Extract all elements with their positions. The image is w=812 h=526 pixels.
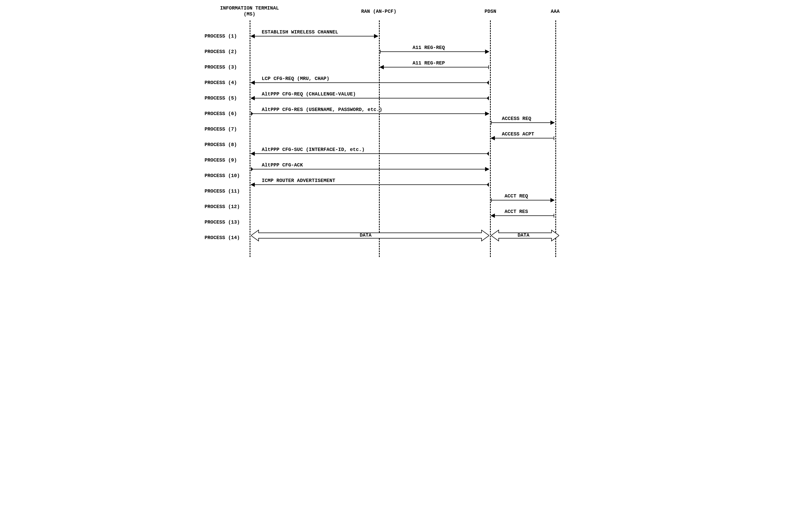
arrow-p4-label: LCP CFG-REQ (MRU, CHAP) — [262, 76, 329, 81]
arrow-p9: AltPPP CFG-SUC (INTERFACE-ID, etc.) — [251, 153, 489, 154]
process-7-label: PROCESS (7) — [205, 126, 237, 132]
lifeline-header-pdsn: PDSN — [480, 9, 502, 15]
arrow-p6: AltPPP CFG-RES (USERNAME, PASSWORD, etc.… — [251, 114, 489, 114]
process-9-label: PROCESS (9) — [205, 157, 237, 163]
lifeline-pdsn-label: PDSN — [484, 9, 496, 14]
arrow-p8: ACCESS ACPT — [491, 138, 554, 138]
arrow-p11-label: ICMP ROUTER ADVERTISEMENT — [262, 178, 335, 183]
arrow-p2-label: A11 REG-REQ — [413, 45, 445, 50]
arrow-p11: ICMP ROUTER ADVERTISEMENT — [251, 184, 489, 185]
arrow-p13: ACCT RES — [491, 215, 554, 216]
arrow-p5-label: AltPPP CFG-REQ (CHALLENGE-VALUE) — [262, 91, 356, 97]
hollow-arrow-p14-right-label: DATA — [518, 232, 530, 238]
arrow-p12-label: ACCT REQ — [505, 193, 528, 199]
process-1-label: PROCESS (1) — [205, 33, 237, 39]
arrow-p2: A11 REG-REQ — [380, 51, 489, 52]
arrow-p9-label: AltPPP CFG-SUC (INTERFACE-ID, etc.) — [262, 147, 365, 152]
arrow-p3: A11 REG-REP — [380, 67, 489, 67]
lifeline-ms-line2: (MS) — [244, 12, 255, 17]
lifeline-ms — [250, 20, 250, 257]
arrow-p12: ACCT REQ — [491, 200, 554, 200]
process-14-label: PROCESS (14) — [205, 235, 240, 240]
lifeline-ms-line1: INFORMATION TERMINAL — [220, 5, 279, 11]
arrow-p1: ESTABLISH WIRELESS CHANNEL — [251, 36, 378, 36]
lifeline-header-ran: RAN (AN-PCF) — [357, 9, 401, 15]
arrow-p10: AltPPP CFG-ACK — [251, 169, 489, 169]
lifeline-ran — [379, 20, 380, 257]
process-5-label: PROCESS (5) — [205, 95, 237, 101]
arrow-p6-label: AltPPP CFG-RES (USERNAME, PASSWORD, etc.… — [262, 107, 382, 112]
process-4-label: PROCESS (4) — [205, 80, 237, 86]
lifeline-header-ms: INFORMATION TERMINAL (MS) — [220, 5, 279, 17]
process-11-label: PROCESS (11) — [205, 189, 240, 194]
arrow-p7-label: ACCESS REQ — [502, 116, 531, 121]
process-8-label: PROCESS (8) — [205, 142, 237, 147]
hollow-arrow-p14-left-label: DATA — [360, 232, 372, 238]
lifeline-header-aaa: AAA — [547, 9, 564, 15]
lifeline-aaa-label: AAA — [551, 9, 560, 14]
process-6-label: PROCESS (6) — [205, 111, 237, 116]
process-10-label: PROCESS (10) — [205, 173, 240, 178]
process-3-label: PROCESS (3) — [205, 64, 237, 70]
arrow-p5: AltPPP CFG-REQ (CHALLENGE-VALUE) — [251, 98, 489, 99]
arrow-p3-label: A11 REG-REP — [413, 60, 445, 66]
process-12-label: PROCESS (12) — [205, 204, 240, 209]
arrow-p13-label: ACCT RES — [505, 209, 528, 214]
arrow-p1-label: ESTABLISH WIRELESS CHANNEL — [262, 29, 338, 35]
process-13-label: PROCESS (13) — [205, 220, 240, 225]
lifeline-aaa — [555, 20, 556, 257]
arrow-p4: LCP CFG-REQ (MRU, CHAP) — [251, 82, 489, 83]
arrow-p7: ACCESS REQ — [491, 122, 554, 123]
arrow-p10-label: AltPPP CFG-ACK — [262, 162, 303, 168]
arrow-p8-label: ACCESS ACPT — [502, 131, 534, 137]
lifeline-ran-label: RAN (AN-PCF) — [361, 9, 396, 14]
process-2-label: PROCESS (2) — [205, 49, 237, 55]
sequence-diagram: INFORMATION TERMINAL (MS) RAN (AN-PCF) P… — [205, 5, 608, 264]
